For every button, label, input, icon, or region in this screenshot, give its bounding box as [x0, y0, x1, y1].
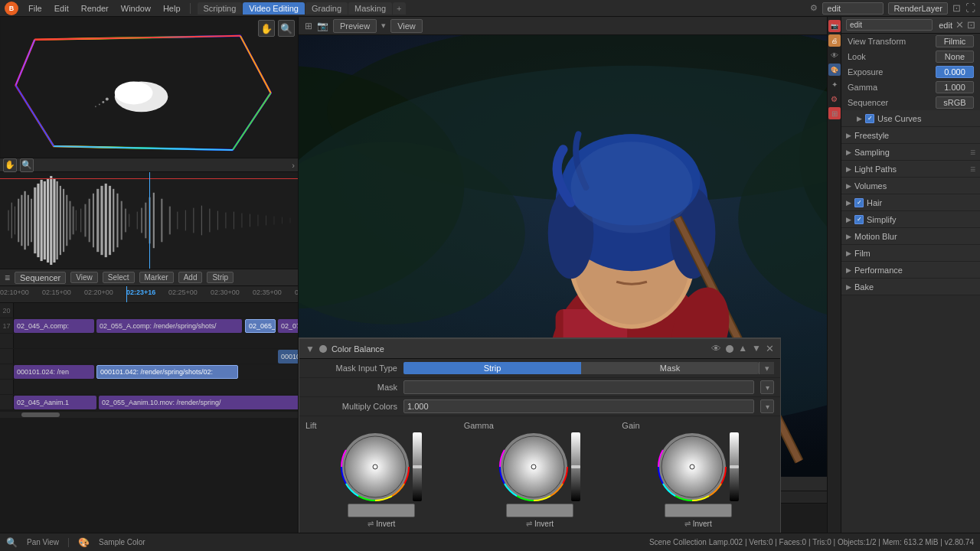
menu-file[interactable]: File: [23, 2, 47, 15]
seq-view-btn[interactable]: View: [70, 272, 98, 283]
seq-strip-btn[interactable]: Strip: [207, 272, 234, 283]
rp-mode-input[interactable]: [846, 19, 933, 31]
preview-mode-btn[interactable]: Preview: [333, 19, 377, 33]
preview-dropdown-icon[interactable]: ▾: [381, 21, 386, 31]
menu-help[interactable]: Help: [158, 2, 186, 15]
clip-0207[interactable]: 02_07: [278, 319, 298, 333]
section-volumes[interactable]: ▶ Volumes: [841, 178, 980, 194]
rp-icon-particles[interactable]: ✦: [828, 78, 841, 90]
seq-marker-btn[interactable]: Marker: [139, 272, 174, 283]
seq-add-btn[interactable]: Add: [178, 272, 203, 283]
tab-video-editing[interactable]: Video Editing: [243, 2, 305, 15]
menu-separator: [190, 3, 191, 14]
clip-02055[interactable]: 02_055_A.comp: /render/spring/shots/: [96, 319, 242, 333]
grab-tool[interactable]: ✋: [258, 20, 275, 37]
seq-select-btn[interactable]: Select: [103, 272, 135, 283]
gain-strip[interactable]: [730, 432, 739, 501]
tab-masking[interactable]: Masking: [348, 2, 392, 15]
rp-icon-view[interactable]: 👁: [828, 49, 841, 61]
gamma-invert-btn[interactable]: Invert: [534, 520, 554, 528]
rp-expand-icon[interactable]: ⊡: [967, 19, 975, 31]
tab-scripting[interactable]: Scripting: [198, 2, 243, 15]
gamma-wheel[interactable]: [499, 432, 568, 501]
tab-grading[interactable]: Grading: [305, 2, 348, 15]
seq-scrollbar[interactable]: [0, 412, 298, 418]
look-value[interactable]: None: [936, 51, 974, 63]
clip-00010[interactable]: 00010: [278, 350, 298, 364]
mask-options[interactable]: ▾: [760, 380, 774, 394]
menu-render[interactable]: Render: [76, 2, 114, 15]
seq-label[interactable]: Sequencer: [15, 272, 66, 284]
mc-input[interactable]: 1.000: [403, 399, 754, 413]
section-film[interactable]: ▶ Film: [841, 245, 980, 262]
cb-down-icon[interactable]: ▼: [752, 343, 761, 354]
mit-options[interactable]: ▾: [759, 362, 774, 374]
menu-window[interactable]: Window: [116, 2, 156, 15]
menu-edit[interactable]: Edit: [49, 2, 74, 15]
curves-checkbox[interactable]: ✓: [865, 114, 874, 123]
clip-02045aanim[interactable]: 02_045_Aanim.1: [14, 396, 96, 409]
render-layer-selector[interactable]: RenderLayer: [888, 2, 948, 15]
rp-icon-physics[interactable]: ⚙: [828, 93, 841, 105]
cb-dot2[interactable]: [726, 345, 733, 353]
mask-btn[interactable]: Mask: [581, 362, 759, 374]
rp-icon-color[interactable]: 🎨: [828, 64, 841, 76]
exp-value[interactable]: 0.000: [936, 66, 974, 78]
rp-icon-camera[interactable]: 📷: [828, 20, 841, 32]
hair-checkbox[interactable]: ✓: [854, 198, 864, 207]
section-performance[interactable]: ▶ Performance: [841, 262, 980, 279]
clip-02045[interactable]: 02_045_A.comp:: [14, 319, 94, 333]
zoom-tool[interactable]: 🔍: [278, 20, 295, 37]
mc-options[interactable]: ▾: [760, 399, 774, 413]
gamma-value[interactable]: 1.000: [936, 81, 974, 93]
mask-input[interactable]: [403, 380, 754, 394]
section-hair[interactable]: ▶ ✓ Hair: [841, 194, 980, 211]
svg-rect-69: [282, 217, 283, 224]
cb-title: Color Balance: [332, 344, 384, 354]
section-use-curves[interactable]: ▶ ✓ Use Curves: [841, 110, 980, 127]
clip-000101024[interactable]: 000101.024: /ren: [14, 365, 94, 379]
seq-prop-value[interactable]: sRGB: [936, 96, 974, 109]
mode-input[interactable]: [822, 2, 884, 15]
simp-checkbox[interactable]: ✓: [854, 215, 864, 224]
gain-wheel[interactable]: [658, 432, 727, 501]
waveform-grab[interactable]: ✋: [3, 158, 17, 172]
gain-invert-btn[interactable]: Invert: [693, 520, 712, 528]
rp-icon-object[interactable]: ⊞: [828, 107, 841, 119]
cb-vis-icon[interactable]: 👁: [711, 343, 721, 354]
section-bake[interactable]: ▶ Bake: [841, 279, 980, 295]
clip-02065[interactable]: 02_065_: [245, 319, 276, 333]
lift-invert-btn[interactable]: Invert: [376, 520, 395, 528]
fullscreen-icon[interactable]: ⛶: [965, 2, 975, 14]
section-simplify[interactable]: ▶ ✓ Simplify: [841, 211, 980, 228]
vt-value[interactable]: Filmic: [936, 35, 974, 47]
strip-btn[interactable]: Strip: [403, 362, 581, 374]
marker-1: 02:10+00: [0, 289, 29, 296]
tab-add[interactable]: +: [393, 2, 405, 15]
section-sampling[interactable]: ▶ Sampling ≡: [841, 144, 980, 161]
rp-icon-output[interactable]: 🖨: [828, 34, 841, 47]
lift-strip[interactable]: [413, 432, 422, 501]
gamma-strip[interactable]: [571, 432, 580, 501]
cb-up-icon[interactable]: ▲: [738, 343, 747, 354]
scene-info: Scene Collection Lamp.002 | Verts:0 | Fa…: [649, 538, 974, 546]
waveform-expand[interactable]: ›: [292, 161, 295, 170]
clip-000101042[interactable]: 000101.042: /render/spring/shots/02:: [96, 365, 238, 379]
lift-wheel[interactable]: [341, 432, 410, 501]
cb-close-icon[interactable]: ✕: [766, 343, 774, 354]
section-light-paths[interactable]: ▶ Light Paths ≡: [841, 161, 980, 178]
maximize-icon[interactable]: ⊡: [952, 2, 961, 14]
app-icon[interactable]: B: [5, 2, 18, 15]
waveform-zoom[interactable]: 🔍: [20, 158, 34, 172]
seq-scroll-thumb[interactable]: [21, 412, 60, 417]
right-panel-full: 📷 🖨 👁 🎨 ✦ ⚙ ⊞ edit ✕ ⊡ View Transform Fi…: [827, 17, 980, 551]
section-freestyle[interactable]: ▶ Freestyle: [841, 127, 980, 144]
preview-view-btn[interactable]: View: [390, 19, 423, 33]
sample-color-label: Sample Color: [99, 538, 145, 546]
cb-toggle[interactable]: ▼: [305, 344, 315, 354]
gain-wheel-row: [658, 432, 739, 501]
section-motion-blur[interactable]: ▶ Motion Blur: [841, 228, 980, 245]
rp-close-icon[interactable]: ✕: [956, 19, 964, 31]
clip-02055aanim[interactable]: 02_055_Aanim.10.mov: /render/spring/: [99, 396, 298, 409]
rp-title: edit: [939, 21, 952, 30]
